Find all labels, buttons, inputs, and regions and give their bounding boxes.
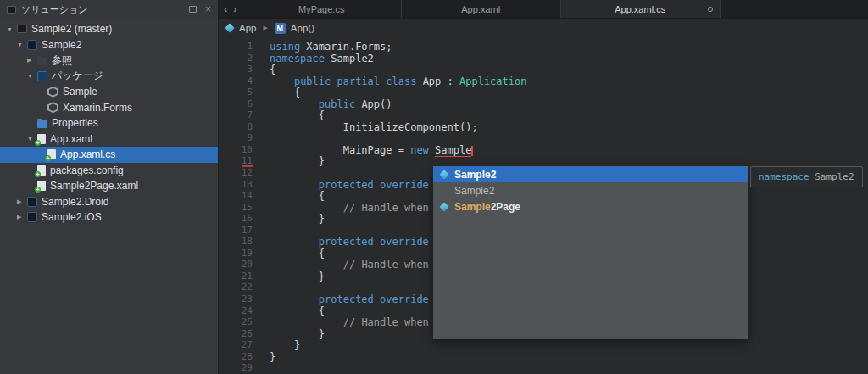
chevron-right-icon [263,25,267,31]
code-token: App() [355,98,392,110]
tab-scroll-controls [219,0,242,18]
tab-app-xaml-cs[interactable]: App.xaml.cs [561,0,721,18]
line-number: 28 [219,351,258,363]
line-number: 22 [219,282,258,293]
line-number: 4 [219,75,258,87]
tree-item-properties[interactable]: Properties [0,115,218,131]
code-line[interactable]: } [270,351,868,363]
code-token: { [270,190,325,202]
code-token [270,179,319,191]
text-caret [471,146,473,156]
code-line[interactable]: } [270,155,868,167]
code-token: } [270,351,275,363]
tree-item-item[interactable]: ▶参照 [0,53,218,69]
code-token: Xamarin.Forms; [300,41,392,53]
completion-item[interactable]: Sample2Page [433,198,748,215]
expander-down-icon[interactable]: ▼ [27,73,37,79]
expander-right-icon[interactable]: ▶ [17,214,27,220]
project-icon [27,40,37,50]
line-number: 19 [219,248,258,260]
tree-item-sample2-ios[interactable]: ▶Sample2.iOS [0,209,218,226]
code-line[interactable]: public partial class App : Application [270,75,868,87]
code-token: protected override vo [319,236,448,248]
tree-item-item[interactable]: ▼パッケージ [0,69,218,85]
line-number: 27 [219,339,258,351]
icon-spacer [438,185,450,197]
line-number: 10 [219,144,258,156]
tree-item-sample2page-xaml[interactable]: Sample2Page.xaml [0,178,218,194]
code-line[interactable] [270,132,868,144]
code-token [270,259,343,271]
completion-popup: Sample2Sample2Sample2Page [433,166,748,339]
code-token: } [270,328,325,340]
tree-item-sample2[interactable]: ▼Sample2 [0,37,218,53]
error-margin-indicator [242,165,253,167]
tree-item-packages-config[interactable]: packages.config [0,163,218,179]
expander-down-icon[interactable]: ▼ [7,26,17,32]
tab-mypage-cs[interactable]: MyPage.cs [242,0,402,18]
tree-item-app-xaml[interactable]: ▼App.xaml [0,131,218,148]
tree-item-label: Sample2.Droid [42,196,108,208]
completion-item[interactable]: Sample2 [433,166,748,182]
tree-item-label: packages.config [50,165,124,176]
code-token: } [270,155,325,167]
tree-item-sample2-master[interactable]: ▼Sample2 (master) [0,21,218,37]
code-line[interactable]: using Xamarin.Forms; [270,41,868,53]
file-added-icon [37,181,46,191]
code-line[interactable]: public App() [270,98,868,110]
code-line[interactable]: namespace Sample2 [270,53,868,64]
dock-pad-icon[interactable] [189,6,197,13]
solution-pad-header: ソリューション [0,0,218,19]
expander-down-icon[interactable]: ▼ [17,42,27,47]
tab-scroll-left-icon[interactable] [224,3,227,14]
close-pad-icon[interactable] [205,4,211,14]
code-token: // Handle when yo [343,316,448,328]
breadcrumb-member[interactable]: App() [291,23,314,33]
line-number: 14 [219,190,258,202]
line-number: 24 [219,305,258,317]
line-number: 13 [219,179,258,191]
completion-item[interactable]: Sample2 [433,182,748,198]
tree-item-sample[interactable]: Sample [0,84,218,100]
expander-right-icon[interactable]: ▶ [27,57,37,64]
expander-right-icon[interactable]: ▶ [17,198,27,205]
code-line[interactable]: InitializeComponent(); [270,121,868,133]
tab-modified-indicator[interactable] [708,7,713,12]
code-line[interactable]: { [270,87,868,98]
tab-app-xaml[interactable]: App.xaml [402,0,561,18]
code-token [429,144,435,156]
line-number: 26 [219,328,258,340]
completion-list: Sample2Sample2Sample2Page [433,166,748,215]
code-token: using [270,41,300,53]
project-icon [27,197,37,207]
code-token: } [270,339,300,351]
code-line[interactable] [270,362,868,374]
folder-icon [37,120,47,128]
tab-label: App.xaml.cs [615,4,665,14]
tree-item-label: Xamarin.Forms [63,102,132,114]
breadcrumb-class[interactable]: App [239,23,256,33]
code-line[interactable]: MainPage = new Sample [270,144,868,156]
tree-item-xamarin-forms[interactable]: Xamarin.Forms [0,100,218,116]
tree-item-label: Sample2Page.xaml [50,180,138,192]
tree-item-label: Sample2 (master) [31,23,112,35]
code-line[interactable]: } [270,339,868,351]
tree-item-label: 参照 [52,53,72,68]
line-number: 9 [219,132,258,144]
code-token: { [270,64,275,75]
tab-scroll-right-icon[interactable] [233,3,236,14]
tree-item-app-xaml-cs[interactable]: App.xaml.cs [0,147,218,163]
code-token: { [270,109,325,121]
package-icon [47,87,58,98]
code-line[interactable]: { [270,109,868,121]
code-token [270,75,294,87]
line-number: 17 [219,225,258,237]
breadcrumb-bar: App App() [219,19,868,37]
line-number: 29 [219,362,258,374]
code-line[interactable]: { [270,64,868,75]
tree-item-sample2-droid[interactable]: ▶Sample2.Droid [0,194,218,210]
class-icon [438,169,450,181]
line-number: 3 [219,64,258,75]
code-token: namespace [270,53,325,64]
line-number: 12 [219,167,258,179]
